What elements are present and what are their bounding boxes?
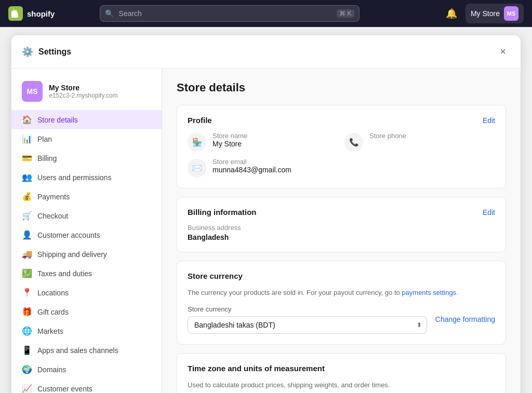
sidebar-label-shipping: Shipping and delivery [37, 250, 107, 259]
timezone-card-header: Time zone and units of measurement [188, 364, 495, 373]
profile-grid: 🏪 Store name My Store 📞 Store phone [188, 132, 495, 178]
locations-icon: 📍 [22, 288, 32, 297]
sidebar-item-markets[interactable]: 🌐 Markets [11, 321, 162, 341]
billing-card: Billing information Edit Business addres… [177, 197, 506, 252]
sidebar-item-users-permissions[interactable]: 👥 Users and permissions [11, 168, 162, 187]
notifications-bell-button[interactable]: 🔔 [443, 5, 460, 22]
sidebar-item-payments[interactable]: 💰 Payments [11, 187, 162, 206]
users-icon: 👥 [22, 172, 32, 182]
store-profile: MS My Store e152c3-2.myshopify.com [11, 77, 162, 110]
payments-settings-link[interactable]: payments settings [402, 289, 456, 296]
change-formatting-button[interactable]: Change formatting [435, 315, 495, 323]
search-shortcut: ⌘ K [337, 9, 354, 18]
settings-sidebar: MS My Store e152c3-2.myshopify.com 🏠 Sto… [11, 69, 162, 393]
store-avatar-nav: MS [504, 6, 518, 21]
sidebar-item-shipping-delivery[interactable]: 🚚 Shipping and delivery [11, 245, 162, 264]
store-email-label: Store email [212, 158, 291, 166]
payments-icon: 💰 [22, 192, 32, 201]
billing-address-section: Business address Bangladesh [188, 224, 495, 241]
store-phone-field-icon: 📞 [344, 133, 363, 152]
settings-header-left: ⚙️ Settings [22, 46, 71, 58]
search-input[interactable] [100, 5, 360, 22]
currency-card-title: Store currency [188, 272, 243, 280]
store-email-value: munna4843@gmail.com [212, 166, 291, 174]
sidebar-label-locations: Locations [37, 289, 69, 297]
currency-description-text: The currency your products are sold in. … [188, 289, 402, 296]
checkout-icon: 🛒 [22, 211, 32, 221]
sidebar-store-name: My Store [49, 84, 118, 92]
search-bar: 🔍 ⌘ K [100, 5, 360, 22]
billing-icon: 💳 [22, 153, 32, 163]
currency-field-row: Store currency Bangladeshi takas (BDT) U… [188, 305, 495, 334]
sidebar-label-users: Users and permissions [37, 173, 111, 182]
store-name-field: 🏪 Store name My Store [188, 132, 338, 152]
business-address-value: Bangladesh [188, 233, 495, 241]
sidebar-label-domains: Domains [37, 365, 66, 374]
top-navigation: shopify 🔍 ⌘ K 🔔 My Store MS [0, 0, 532, 27]
profile-card-header: Profile Edit [188, 116, 495, 125]
close-settings-button[interactable]: × [496, 44, 510, 60]
customer-events-icon: 📈 [22, 384, 32, 393]
content-area: Store details Profile Edit 🏪 Store name … [162, 69, 521, 393]
sidebar-label-checkout: Checkout [37, 212, 68, 220]
settings-header: ⚙️ Settings × [11, 35, 521, 69]
shopify-logo-icon [8, 6, 23, 21]
store-phone-field-content: Store phone [369, 132, 406, 140]
store-name-label: Store name [212, 132, 247, 140]
sidebar-label-gift-cards: Gift cards [37, 308, 69, 316]
currency-card-header: Store currency [188, 272, 495, 280]
sidebar-item-apps-sales-channels[interactable]: 📱 Apps and sales channels [11, 341, 162, 360]
markets-icon: 🌐 [22, 326, 32, 336]
plan-icon: 📊 [22, 134, 32, 144]
page-title: Store details [177, 81, 506, 94]
shopify-logo: shopify [8, 6, 55, 21]
sidebar-item-domains[interactable]: 🌍 Domains [11, 360, 162, 379]
store-name-field-content: Store name My Store [212, 132, 247, 148]
shopify-wordmark: shopify [27, 9, 55, 18]
sidebar-label-customer-events: Customer events [37, 385, 92, 393]
gift-cards-icon: 🎁 [22, 307, 32, 317]
timezone-description: Used to calculate product prices, shippi… [188, 380, 495, 390]
store-switcher-button[interactable]: My Store MS [466, 4, 524, 23]
shipping-icon: 🚚 [22, 249, 32, 259]
sidebar-item-customer-accounts[interactable]: 👤 Customer accounts [11, 225, 162, 245]
profile-edit-button[interactable]: Edit [483, 116, 495, 125]
currency-description-end: . [456, 289, 458, 296]
domains-icon: 🌍 [22, 364, 32, 374]
sidebar-item-plan[interactable]: 📊 Plan [11, 129, 162, 148]
store-currency-select-wrapper: Bangladeshi takas (BDT) US Dollar (USD) … [188, 316, 427, 334]
store-phone-label: Store phone [369, 132, 406, 140]
sidebar-item-locations[interactable]: 📍 Locations [11, 283, 162, 302]
store-currency-select[interactable]: Bangladeshi takas (BDT) US Dollar (USD) … [188, 316, 427, 334]
timezone-card-title: Time zone and units of measurement [188, 364, 325, 373]
currency-card: Store currency The currency your product… [177, 261, 506, 345]
sidebar-label-plan: Plan [37, 135, 52, 143]
search-icon: 🔍 [105, 9, 114, 18]
store-email-field-content: Store email munna4843@gmail.com [212, 158, 291, 174]
nav-right: 🔔 My Store MS [443, 4, 524, 23]
sidebar-label-store-details: Store details [37, 116, 78, 124]
sidebar-label-payments: Payments [37, 193, 70, 201]
sidebar-label-markets: Markets [37, 327, 63, 335]
settings-body: MS My Store e152c3-2.myshopify.com 🏠 Sto… [11, 69, 521, 393]
sidebar-item-taxes-duties[interactable]: 💹 Taxes and duties [11, 264, 162, 283]
billing-card-header: Billing information Edit [188, 208, 495, 216]
sidebar-item-store-details[interactable]: 🏠 Store details [11, 110, 162, 129]
sidebar-item-billing[interactable]: 💳 Billing [11, 148, 162, 168]
store-email-field: ✉️ Store email munna4843@gmail.com [188, 158, 338, 178]
billing-edit-button[interactable]: Edit [483, 208, 495, 216]
sidebar-item-checkout[interactable]: 🛒 Checkout [11, 206, 162, 225]
store-currency-group: Store currency Bangladeshi takas (BDT) U… [188, 305, 427, 334]
store-phone-field: 📞 Store phone [344, 132, 495, 152]
sidebar-item-gift-cards[interactable]: 🎁 Gift cards [11, 302, 162, 321]
billing-card-title: Billing information [188, 208, 257, 216]
main-area: ⚙️ Settings × MS My Store e152c3-2.mysho… [0, 27, 532, 393]
sidebar-label-apps: Apps and sales channels [37, 346, 118, 355]
sidebar-item-customer-events[interactable]: 📈 Customer events [11, 379, 162, 393]
business-address-label: Business address [188, 224, 495, 232]
sidebar-label-billing: Billing [37, 154, 57, 162]
store-currency-label: Store currency [188, 305, 427, 313]
sidebar-label-customer-accounts: Customer accounts [37, 231, 100, 239]
taxes-icon: 💹 [22, 268, 32, 278]
settings-panel: ⚙️ Settings × MS My Store e152c3-2.mysho… [11, 35, 521, 393]
